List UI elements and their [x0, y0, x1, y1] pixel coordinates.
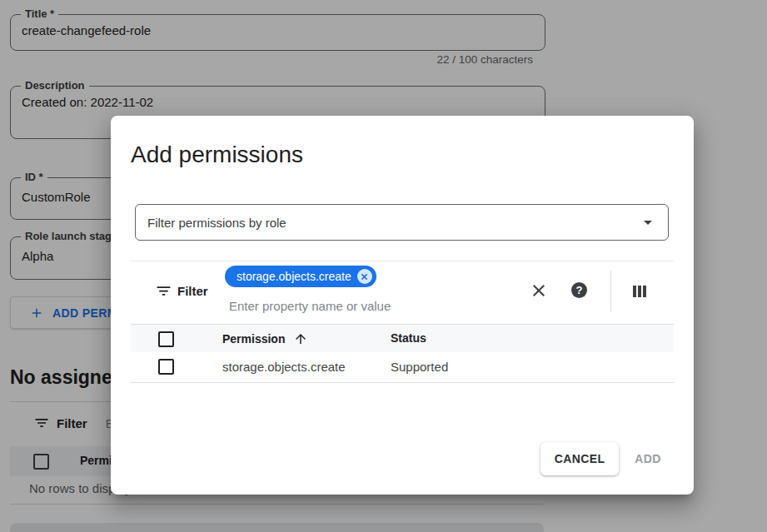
column-display-icon[interactable] — [630, 281, 650, 301]
filter-chip[interactable]: storage.objects.create — [225, 266, 376, 287]
filter-icon — [155, 282, 172, 300]
add-permissions-dialog: Add permissions Filter permissions by ro… — [111, 116, 694, 495]
status-cell: Supported — [391, 360, 448, 374]
filter-by-role-select-value: Filter permissions by role — [136, 216, 638, 230]
row-checkbox[interactable] — [158, 359, 174, 375]
cancel-button[interactable]: CANCEL — [540, 442, 619, 475]
permission-column-label: Permission — [222, 332, 285, 346]
chip-remove-icon[interactable] — [357, 269, 372, 284]
clear-filter-icon[interactable] — [529, 281, 549, 301]
status-column-header[interactable]: Status — [391, 331, 426, 345]
permissions-table-header: Permission Status — [131, 325, 674, 352]
filter-input-placeholder[interactable]: Enter property name or value — [229, 299, 391, 313]
filter-label[interactable]: Filter — [177, 284, 208, 298]
sort-ascending-icon — [293, 331, 308, 346]
select-all-checkbox[interactable] — [158, 331, 174, 347]
filter-by-role-select[interactable]: Filter permissions by role — [135, 204, 669, 241]
table-row[interactable]: storage.objects.create Supported — [131, 352, 674, 383]
add-button[interactable]: ADD — [622, 442, 674, 475]
toolbar-divider — [610, 271, 611, 312]
filter-chip-label: storage.objects.create — [237, 270, 351, 283]
dialog-title: Add permissions — [131, 142, 303, 168]
permission-cell: storage.objects.create — [222, 360, 346, 374]
divider — [131, 261, 674, 261]
help-icon[interactable] — [571, 282, 587, 298]
permission-column-header[interactable]: Permission — [222, 331, 308, 346]
chevron-down-icon — [638, 212, 658, 232]
